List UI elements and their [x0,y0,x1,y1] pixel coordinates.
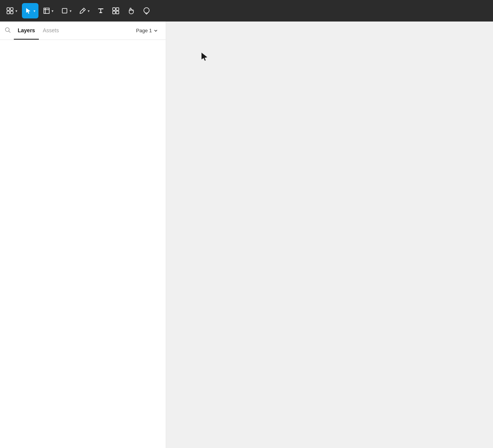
logo-chevron: ▾ [15,9,17,13]
page-label: Page 1 [136,28,152,33]
svg-rect-1 [10,8,13,10]
sidebar: Layers Assets Page 1 [0,22,166,448]
page-chevron-icon [153,28,158,33]
svg-rect-11 [116,11,119,14]
svg-rect-9 [116,8,119,10]
frame-chevron: ▾ [52,9,53,13]
svg-rect-10 [113,11,115,14]
canvas[interactable] [166,22,493,448]
pen-chevron: ▾ [88,9,90,13]
svg-rect-2 [7,11,10,14]
frame-tool-button[interactable]: ▾ [40,3,57,18]
layers-panel [0,40,166,448]
tab-assets[interactable]: Assets [39,22,63,40]
logo-button[interactable]: ▾ [3,3,20,18]
svg-point-12 [144,8,149,13]
text-tool-button[interactable] [94,3,107,18]
svg-line-14 [9,31,10,33]
hand-tool-button[interactable] [124,3,138,18]
svg-rect-3 [10,11,13,14]
select-chevron: ▾ [33,9,35,13]
shape-tool-button[interactable]: ▾ [58,3,75,18]
search-icon[interactable] [5,27,11,35]
components-tool-button[interactable] [109,3,123,18]
sidebar-header: Layers Assets Page 1 [0,22,166,40]
svg-rect-4 [44,8,49,13]
toolbar: ▾ ▾ ▾ ▾ ▾ [0,0,493,22]
shape-chevron: ▾ [70,9,72,13]
comment-tool-button[interactable] [140,3,153,18]
tab-layers[interactable]: Layers [14,22,39,40]
page-selector[interactable]: Page 1 [133,26,161,35]
main-area: Layers Assets Page 1 [0,22,493,448]
svg-rect-7 [62,8,67,13]
select-tool-button[interactable]: ▾ [22,3,38,18]
svg-rect-8 [113,8,115,10]
svg-rect-0 [7,8,10,10]
pen-tool-button[interactable]: ▾ [76,3,93,18]
cursor-indicator [201,52,208,61]
